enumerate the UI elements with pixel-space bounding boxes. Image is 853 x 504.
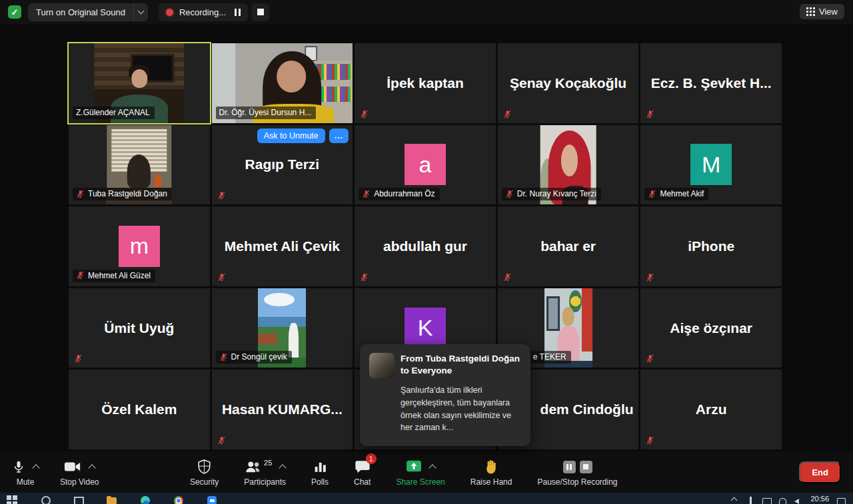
participant-tile[interactable]: Dr. Öğr. Üyesi Dursun H...: [212, 43, 353, 123]
gallery-grid-icon: [806, 7, 815, 16]
participant-label: Dr. Öğr. Üyesi Dursun H...: [216, 107, 317, 119]
participant-tile[interactable]: MMehmet Akif: [640, 125, 782, 205]
toolbar-raise-hand[interactable]: Raise Hand: [470, 457, 512, 487]
chat-notification-title: From Tuba Rastgeldi Doğan to Everyone: [401, 353, 521, 378]
muted-mic-icon: [648, 190, 656, 198]
muted-mic-icon: [503, 110, 512, 119]
participant-label: Dr. Nuray Kıvanç Terzi: [502, 188, 601, 200]
chat-sender-thumbnail: [369, 353, 395, 378]
participants-icon: [245, 459, 262, 475]
file-explorer-icon[interactable]: [107, 495, 117, 504]
muted-indicator: [646, 354, 654, 363]
recording-controls: Recording...: [159, 3, 269, 21]
toolbar-chat[interactable]: 1Chat: [354, 457, 371, 487]
meeting-info-shield-icon[interactable]: ✓: [8, 5, 21, 19]
raise-hand-icon: [484, 459, 498, 475]
muted-mic-icon: [360, 110, 369, 119]
muted-indicator: [646, 110, 654, 119]
participant-name: Tuba Rastgeldi Doğan: [88, 189, 167, 198]
participant-label: Z.Gülender AÇANAL: [73, 107, 155, 119]
original-sound-dropdown[interactable]: [133, 3, 148, 21]
edge-icon[interactable]: [140, 495, 151, 504]
input-indicator-icon[interactable]: [746, 496, 754, 504]
end-meeting-button[interactable]: End: [799, 461, 841, 483]
avatar: K: [405, 308, 446, 349]
windows-icon[interactable]: [7, 495, 17, 504]
avatar: m: [119, 226, 160, 267]
muted-mic-icon: [76, 271, 85, 280]
windows-taskbar: 20:56: [0, 493, 853, 504]
muted-mic-icon: [217, 273, 226, 282]
ask-to-unmute-button[interactable]: Ask to Unmute: [257, 128, 325, 143]
muted-mic-icon: [503, 273, 512, 282]
meeting-toolbar: MuteStop Video Security25ParticipantsPol…: [0, 451, 853, 493]
participant-tile[interactable]: Ümit Uyuğ: [69, 288, 210, 368]
participant-tile[interactable]: abdullah gur: [355, 206, 496, 286]
network-icon[interactable]: [778, 496, 786, 504]
shield-icon: [197, 459, 211, 475]
task-view-icon[interactable]: [73, 495, 84, 504]
participant-tile[interactable]: mMehmet Ali Güzel: [69, 206, 210, 286]
stop-recording-icon[interactable]: [251, 3, 269, 21]
participant-tile[interactable]: Dr. Nuray Kıvanç Terzi: [498, 125, 639, 205]
toolbar-mute[interactable]: Mute: [12, 457, 39, 487]
chevron-up-icon[interactable]: [89, 464, 96, 471]
participant-name: Özel Kalem: [69, 370, 210, 449]
participant-tile[interactable]: iPhone: [640, 206, 782, 286]
chevron-up-icon[interactable]: [428, 464, 436, 471]
participant-tile[interactable]: bahar er: [498, 206, 639, 286]
muted-mic-icon: [76, 190, 85, 198]
participant-tile[interactable]: Şenay Koçakoğlu: [498, 43, 639, 123]
volume-icon[interactable]: [794, 496, 802, 504]
toolbar-pause-stop-recording[interactable]: Pause/Stop Recording: [537, 457, 617, 487]
participant-tile[interactable]: Özel Kalem: [69, 370, 210, 449]
toolbar-polls[interactable]: Polls: [311, 457, 329, 487]
stop-recording-button[interactable]: [580, 461, 592, 473]
view-label: View: [819, 7, 838, 17]
participant-tile[interactable]: Mehmet Ali Çevik: [212, 206, 353, 286]
view-button[interactable]: View: [800, 4, 844, 19]
toolbar-security[interactable]: Security: [190, 457, 219, 487]
participant-tile[interactable]: Tuba Rastgeldi Doğan: [69, 125, 210, 205]
participant-tile[interactable]: Z.Gülender AÇANAL: [69, 43, 210, 123]
participant-name: Mehmet Ali Güzel: [88, 271, 151, 280]
chrome-icon[interactable]: [173, 495, 184, 504]
chevron-up-icon[interactable]: [730, 496, 738, 504]
participant-tile[interactable]: Arzu: [640, 370, 782, 449]
participant-label: e TEKER: [530, 351, 571, 364]
keyboard-icon[interactable]: [762, 496, 770, 504]
participant-tile[interactable]: Dr Songül çevik: [212, 288, 353, 368]
muted-indicator: [217, 436, 226, 445]
participant-tile[interactable]: Aişe özçınar: [640, 288, 782, 368]
avatar: M: [690, 144, 732, 185]
recording-label: Recording...: [179, 7, 226, 17]
participant-tile[interactable]: Hasan KUMARG...: [212, 370, 353, 449]
recording-dot-icon: [166, 9, 173, 16]
mic-icon: [12, 459, 25, 475]
toolbar-participants[interactable]: 25Participants: [244, 457, 286, 487]
original-sound-label[interactable]: Turn on Original Sound: [28, 3, 133, 21]
pause-recording-button[interactable]: [563, 461, 576, 473]
pause-recording-icon[interactable]: [235, 9, 241, 16]
muted-mic-icon: [646, 110, 654, 119]
chat-notification[interactable]: From Tuba Rastgeldi Doğan to Everyone Şa…: [360, 344, 530, 446]
zoom-icon[interactable]: [207, 495, 217, 504]
muted-indicator: [74, 354, 83, 363]
chat-badge: 1: [366, 453, 377, 464]
toolbar-share-screen[interactable]: Share Screen: [396, 457, 444, 487]
toolbar-stop-video[interactable]: Stop Video: [60, 457, 99, 487]
more-options-button[interactable]: ...: [329, 128, 349, 143]
participant-tile[interactable]: aAbdurrahman Öz: [355, 125, 496, 205]
participant-name: abdullah gur: [355, 206, 496, 286]
participant-tile[interactable]: İpek kaptan: [355, 43, 496, 123]
toolbar-label: Share Screen: [396, 477, 444, 487]
search-icon[interactable]: [40, 495, 51, 504]
chevron-up-icon[interactable]: [279, 464, 287, 471]
chevron-up-icon[interactable]: [32, 464, 39, 471]
participant-tile[interactable]: Ragıp TerziAsk to Unmute...: [212, 125, 353, 205]
participant-tile[interactable]: Ecz. B. Şevket H...: [640, 43, 782, 123]
original-sound-button[interactable]: Turn on Original Sound: [28, 3, 148, 21]
muted-mic-icon: [219, 353, 228, 362]
notification-center-icon[interactable]: [837, 496, 845, 504]
participant-label: Tuba Rastgeldi Doğan: [73, 188, 172, 200]
